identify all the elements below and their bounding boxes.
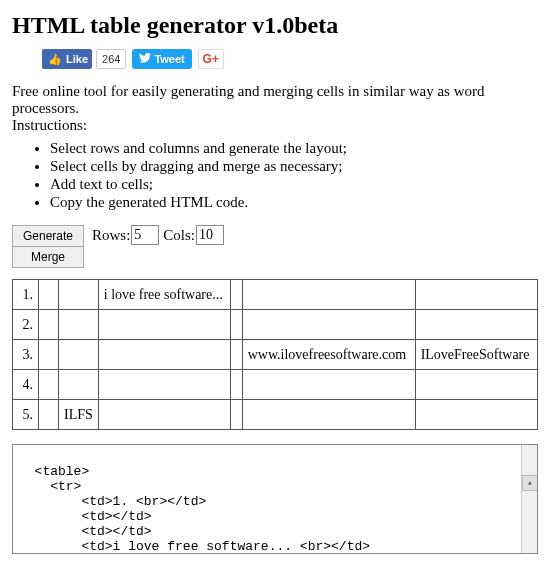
table-cell[interactable] xyxy=(242,400,415,430)
row-number-cell[interactable]: 3. xyxy=(13,340,39,370)
table-row[interactable]: 1.i love free software... xyxy=(13,280,538,310)
table-cell[interactable]: www.ilovefreesoftware.com xyxy=(242,340,415,370)
gplus-label: G+ xyxy=(203,52,219,66)
table-cell[interactable] xyxy=(415,370,537,400)
social-buttons-row: 👍 Like 264 Tweet G+ xyxy=(42,49,538,69)
merge-button[interactable]: Merge xyxy=(12,246,84,268)
code-output-box[interactable]: <table> <tr> <td>1. <br></td> <td></td> … xyxy=(12,444,538,554)
google-plus-button[interactable]: G+ xyxy=(198,49,224,69)
row-number-cell[interactable]: 5. xyxy=(13,400,39,430)
table-cell[interactable] xyxy=(242,310,415,340)
thumbs-up-icon: 👍 xyxy=(42,53,66,66)
table-cell[interactable] xyxy=(242,280,415,310)
table-row[interactable]: 2. xyxy=(13,310,538,340)
table-cell[interactable] xyxy=(231,340,242,370)
instruction-item: Select cells by dragging and merge as ne… xyxy=(50,158,538,175)
scrollbar[interactable]: ▴ xyxy=(521,445,537,553)
table-cell[interactable] xyxy=(415,400,537,430)
instruction-item: Select rows and columns and generate the… xyxy=(50,140,538,157)
intro-text: Free online tool for easily generating a… xyxy=(12,83,538,134)
generated-table[interactable]: 1.i love free software...2.3.www.ilovefr… xyxy=(12,279,538,430)
table-cell[interactable] xyxy=(415,280,537,310)
table-cell[interactable] xyxy=(98,370,231,400)
table-cell[interactable] xyxy=(242,370,415,400)
instruction-item: Add text to cells; xyxy=(50,176,538,193)
table-cell[interactable] xyxy=(39,370,59,400)
table-cell[interactable] xyxy=(59,280,99,310)
facebook-like-count: 264 xyxy=(96,49,126,69)
tweet-label: Tweet xyxy=(154,53,184,65)
table-cell[interactable] xyxy=(59,310,99,340)
row-number-cell[interactable]: 2. xyxy=(13,310,39,340)
row-number-cell[interactable]: 1. xyxy=(13,280,39,310)
table-cell[interactable]: ILoveFreeSoftware xyxy=(415,340,537,370)
twitter-bird-icon xyxy=(139,53,151,65)
page-title: HTML table generator v1.0beta xyxy=(12,12,538,39)
row-number-cell[interactable]: 4. xyxy=(13,370,39,400)
table-cell[interactable] xyxy=(415,310,537,340)
table-cell[interactable] xyxy=(39,340,59,370)
table-cell[interactable] xyxy=(39,310,59,340)
rows-label: Rows: xyxy=(92,227,130,244)
controls-row: Generate Merge Rows: Cols: xyxy=(12,225,538,267)
table-row[interactable]: 4. xyxy=(13,370,538,400)
scroll-up-arrow-icon[interactable]: ▴ xyxy=(522,475,538,491)
rows-input[interactable] xyxy=(131,225,159,245)
code-output-text: <table> <tr> <td>1. <br></td> <td></td> … xyxy=(19,464,370,554)
cols-input[interactable] xyxy=(196,225,224,245)
generate-button[interactable]: Generate xyxy=(12,225,84,247)
table-cell[interactable]: i love free software... xyxy=(98,280,231,310)
instruction-item: Copy the generated HTML code. xyxy=(50,194,538,211)
facebook-like-button[interactable]: 👍 Like xyxy=(42,49,92,69)
cols-label: Cols: xyxy=(163,227,195,244)
fb-like-label: Like xyxy=(66,53,92,65)
table-cell[interactable] xyxy=(98,400,231,430)
table-cell[interactable] xyxy=(39,400,59,430)
table-cell[interactable] xyxy=(39,280,59,310)
table-cell[interactable] xyxy=(98,310,231,340)
table-cell[interactable] xyxy=(98,340,231,370)
table-row[interactable]: 3.www.ilovefreesoftware.comILoveFreeSoft… xyxy=(13,340,538,370)
table-cell[interactable] xyxy=(59,340,99,370)
table-cell[interactable]: ILFS xyxy=(59,400,99,430)
table-cell[interactable] xyxy=(231,310,242,340)
table-cell[interactable] xyxy=(231,400,242,430)
table-cell[interactable] xyxy=(59,370,99,400)
table-cell[interactable] xyxy=(231,280,242,310)
table-row[interactable]: 5.ILFS xyxy=(13,400,538,430)
table-cell[interactable] xyxy=(231,370,242,400)
tweet-button[interactable]: Tweet xyxy=(132,49,191,69)
instructions-list: Select rows and columns and generate the… xyxy=(12,140,538,211)
